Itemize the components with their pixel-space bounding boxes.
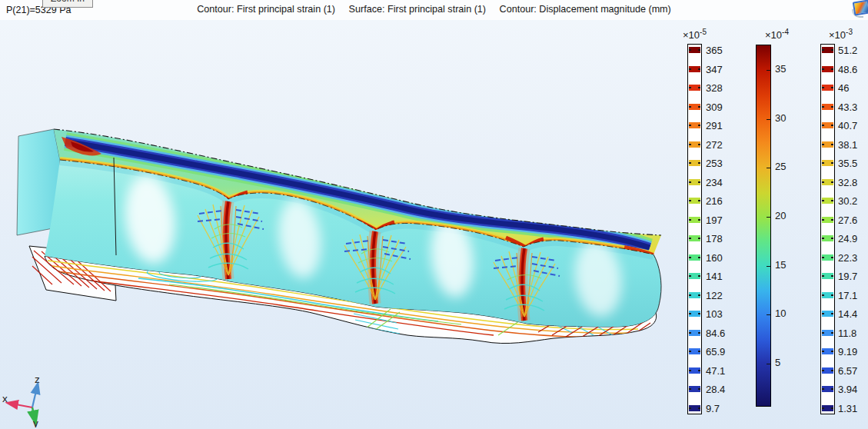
colorbar-segment [689,179,700,185]
colorbar-tick-label: 15 [775,259,786,271]
colorbar-tick: 30 [767,119,770,120]
colorbar-tick-label: 24.9 [838,233,857,244]
colorbar-tick-label: 28.4 [706,384,725,395]
colorbar-tick-label: 234 [706,177,725,188]
legend-scale-label: ×10-3 [829,28,853,41]
colorbar-tick-labels: 3530252015105 [775,45,801,405]
colorbar-segment [822,367,833,374]
colorbar-segment [689,405,700,411]
colorbar-tick-label: 48.6 [838,64,857,75]
colorbar-segment [822,122,833,128]
colorbar-segment [689,66,700,72]
colorbar-tick-label: 178 [706,233,725,244]
colorbar-tick-label: 51.2 [838,45,857,56]
colorbar-segment [822,405,833,411]
colorbar-tick: 10 [767,314,770,315]
colorbar-segment [689,386,700,392]
colorbar-tick-label: 272 [706,139,725,151]
colorbar-segment [689,292,700,298]
colorbar-tick-label: 253 [706,158,725,169]
colorbar-segment [689,348,700,354]
colorbar-tick-label: 10 [775,308,786,320]
colorbar-segment [689,122,700,128]
colorbar-tick-label: 30 [775,112,786,125]
colorbar-tick-label: 65.9 [706,346,725,358]
x-axis-arrow [12,404,32,407]
colorbar-continuous: 3530252015105 [756,45,771,407]
colorbar-segment [689,198,700,204]
colorbar-tick-label: 35 [775,63,786,75]
colorbar-tick-label: 309 [706,101,725,113]
y-axis-arrow [32,407,35,418]
surface-plot-icon[interactable] [851,0,868,18]
colorbar-segment [822,85,833,91]
colorbar-segment [822,160,833,166]
colorbar-tick-label: 1.31 [838,403,857,414]
colorbar-segment [822,198,833,204]
colorbar-segment [689,104,700,110]
colorbar-segment [689,311,700,317]
colorbar-tick-label: 84.6 [706,328,725,339]
colorbar-segment [822,217,833,223]
colorbar-segment [822,104,833,110]
colorbar-tick-label: 32.8 [838,177,857,188]
graphics-header-bar: Zoom In P(21)=5329 Pa Contour: First pri… [0,0,868,20]
colorbar-tick-label: 141 [706,271,725,282]
colorbar-tick-label: 9.19 [838,346,857,358]
colorbar-tick-label: 122 [706,290,725,301]
z-axis-label: z [35,374,40,385]
colorbar-segment [822,273,833,279]
colorbar-tick-label: 22.3 [838,252,857,264]
colorbar-tick-label: 43.3 [838,101,857,113]
colorbar-tick-label: 46 [838,82,857,94]
colorbar-tick-label: 27.6 [838,214,857,226]
colorbar-tick-label: 19.7 [838,271,857,282]
colorbar-tick-label: 347 [706,64,725,75]
colorbar-tick-label: 328 [706,82,725,94]
colorbar-segment [689,235,700,241]
view-orientation-triad: z x y [0,374,54,427]
colorbar-segment [822,66,833,72]
colorbar-segment [822,235,833,241]
colorbar-tick-label: 103 [706,308,725,320]
legend-scale-label: ×10-4 [765,28,789,41]
colorbar-segment [689,141,700,148]
comsol-graphics-window: Zoom In P(21)=5329 Pa Contour: First pri… [0,0,868,429]
legend-strain-contour: ×10-5 3653473283092912722532342161971781… [680,28,736,427]
y-axis-label: y [33,417,38,427]
z-axis-arrow [32,387,37,407]
colorbar-tick: 20 [767,217,770,218]
colorbar-segment [689,47,700,53]
colorbar-tick-label: 5 [775,357,780,369]
colorbar-tick-label: 38.1 [838,139,857,151]
colorbar-tick-label: 47.1 [706,365,725,377]
colorbar-tick-label: 35.5 [838,158,857,169]
colorbar-segment [689,254,700,261]
colorbar-segment [822,179,833,185]
front-surface [45,160,661,327]
colorbar-tick-label: 216 [706,195,725,207]
colorbar-tick-label: 20 [775,210,786,222]
colorbar-tick-label: 25 [775,161,786,173]
colorbar-segment [822,254,833,261]
colorbar-tick: 25 [767,168,770,168]
plot-icon-thumbnail [853,0,868,16]
plot-title-part-surface-strain: Surface: First principal strain (1) [349,4,486,15]
colorbar-segment [689,160,700,166]
model-3d-view[interactable] [0,0,868,429]
colorbar-tick-label: 197 [706,214,725,226]
colorbar-segment [822,292,833,298]
legend-scale-label: ×10-5 [683,28,707,41]
colorbar-segment [689,273,700,279]
plot-title: Contour: First principal strain (1) Surf… [0,4,868,15]
colorbar-tick: 35 [767,70,770,71]
colorbar-segment [689,330,700,336]
colorbar-tick: 5 [767,364,770,364]
legend-displacement-contour: ×10-3 51.248.64643.340.738.135.532.830.2… [818,28,868,427]
colorbar-tick-label: 14.4 [838,308,857,320]
colorbar-tick-label: 9.7 [706,403,725,414]
plot-title-part-contour-displacement: Contour: Displacement magnitude (mm) [500,4,671,15]
colorbar-tick-label: 291 [706,120,725,131]
colorbar-tick-label: 365 [706,45,725,56]
zoom-in-tooltip: Zoom In [42,0,93,8]
